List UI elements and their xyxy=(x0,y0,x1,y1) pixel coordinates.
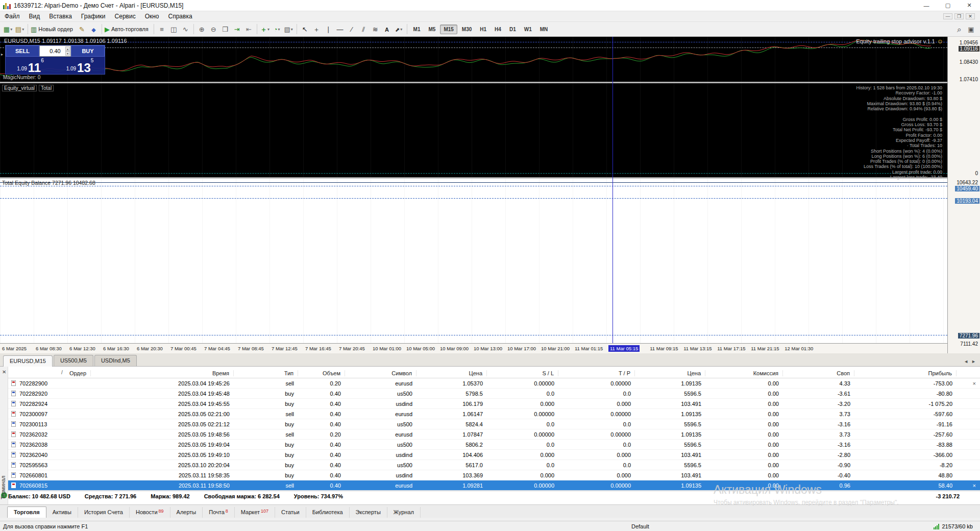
status-profile[interactable]: Default xyxy=(631,523,649,529)
new-order-button[interactable]: Новый ордер xyxy=(30,23,76,35)
menu-item[interactable]: Сервис xyxy=(110,12,140,21)
one-click-collapse-icon[interactable]: ▸ xyxy=(1,52,3,57)
menu-item[interactable]: Окно xyxy=(140,12,164,21)
auto-scroll-button[interactable] xyxy=(231,23,243,35)
library-button[interactable] xyxy=(88,23,100,35)
column-header[interactable]: Объем xyxy=(298,370,345,376)
terminal-close-icon[interactable]: ✕ xyxy=(2,369,6,375)
balance-indicator-panel[interactable]: Total Equity Balance 7271.96 10482.68 xyxy=(0,179,947,343)
horizontal-line-button[interactable] xyxy=(334,23,346,35)
menu-item[interactable]: Справка xyxy=(164,12,197,21)
volume-up-icon[interactable]: ▲ xyxy=(65,46,70,51)
column-header[interactable]: Тип xyxy=(234,370,298,376)
table-row[interactable]: 702362040 2025.03.05 19:49:10 buy 0.40 u… xyxy=(8,450,980,460)
buy-button[interactable]: BUY xyxy=(71,45,105,57)
table-row[interactable]: 702282900 2025.03.04 19:45:26 sell 0.20 … xyxy=(8,378,980,389)
new-chart-button[interactable]: ▾ xyxy=(2,23,14,35)
chart-tab[interactable]: US500,M5 xyxy=(54,355,93,366)
menu-item[interactable]: Вставка xyxy=(44,12,77,21)
volume-stepper[interactable]: ▲▼ xyxy=(65,46,70,56)
periods-button[interactable]: ▾ xyxy=(271,23,283,35)
column-header[interactable]: Ордер xyxy=(8,370,91,376)
bar-chart-button[interactable] xyxy=(156,23,168,35)
table-row[interactable]: 702595563 2025.03.10 20:20:04 buy 0.40 u… xyxy=(8,460,980,470)
arrows-tool-button[interactable]: ▾ xyxy=(393,23,405,35)
terminal-tab[interactable]: Эксперты xyxy=(350,507,387,518)
timeframe-button[interactable]: H4 xyxy=(491,25,505,34)
cursor-button[interactable] xyxy=(299,23,311,35)
column-header[interactable]: Прибыль xyxy=(854,370,957,376)
tab-scroll-right-icon[interactable]: ► xyxy=(971,359,976,364)
chart-plot[interactable]: EURUSD,M15 1.09117 1.09138 1.09106 1.091… xyxy=(0,37,947,353)
search-button[interactable] xyxy=(953,23,965,35)
sell-button[interactable]: SELL xyxy=(6,45,39,57)
equity-indicator-panel[interactable]: Equity_virtualTotal History: 1 528 bars … xyxy=(0,83,947,177)
menu-item[interactable]: Файл xyxy=(0,12,24,21)
terminal-tab[interactable]: Активы xyxy=(46,507,78,518)
chart-tab[interactable]: USDInd,M5 xyxy=(94,355,137,366)
table-row[interactable]: 702660815 2025.03.11 19:58:50 sell 0.40 … xyxy=(8,480,980,491)
profiles-button[interactable]: ▾ xyxy=(14,23,26,35)
timeframe-button[interactable]: M30 xyxy=(458,25,475,34)
mdi-minimize-button[interactable]: — xyxy=(943,13,952,19)
column-header[interactable]: Цена xyxy=(416,370,487,376)
timeframe-button[interactable]: D1 xyxy=(506,25,520,34)
vertical-line-button[interactable] xyxy=(323,23,334,35)
terminal-tab[interactable]: Библиотека xyxy=(306,507,350,518)
maximize-button[interactable]: ▢ xyxy=(937,0,959,11)
buy-price[interactable]: 1.09 13 5 xyxy=(55,57,105,74)
candlestick-button[interactable] xyxy=(168,23,180,35)
terminal-tab[interactable]: Журнал xyxy=(387,507,421,518)
table-row[interactable]: 702282924 2025.03.04 19:45:55 buy 0.40 u… xyxy=(8,399,980,409)
close-position-icon[interactable]: × xyxy=(957,380,980,387)
table-row[interactable]: 702300113 2025.03.05 02:21:12 buy 0.40 u… xyxy=(8,419,980,429)
zoom-in-button[interactable] xyxy=(196,23,208,35)
timeframe-button[interactable]: M5 xyxy=(425,25,439,34)
terminal-tab[interactable]: Торговля xyxy=(7,506,46,518)
chart-shift-button[interactable] xyxy=(243,23,255,35)
zoom-out-button[interactable] xyxy=(208,23,219,35)
time-axis[interactable]: 6 Mar 20256 Mar 08:306 Mar 12:306 Mar 16… xyxy=(0,343,947,353)
terminal-tab[interactable]: Маркет107 xyxy=(235,507,275,518)
table-row[interactable]: 702660801 2025.03.11 19:58:35 buy 0.40 u… xyxy=(8,470,980,480)
column-header[interactable]: T / P xyxy=(558,370,635,376)
terminal-tab[interactable]: Алерты xyxy=(170,507,203,518)
channel-button[interactable] xyxy=(358,23,370,35)
close-position-icon[interactable]: × xyxy=(957,482,980,489)
chart-tab[interactable]: EURUSD,M15 xyxy=(3,355,53,367)
crosshair-button[interactable] xyxy=(311,23,323,35)
timeframe-button[interactable]: W1 xyxy=(521,25,535,34)
volume-down-icon[interactable]: ▼ xyxy=(65,51,70,56)
terminal-tab[interactable]: Статьи xyxy=(275,507,306,518)
table-row[interactable]: 702300097 2025.03.05 02:21:00 sell 0.40 … xyxy=(8,409,980,419)
column-header[interactable]: Символ xyxy=(345,370,416,376)
mdi-close-button[interactable]: ✕ xyxy=(966,13,975,19)
tab-scroll-left-icon[interactable]: ◄ xyxy=(964,359,968,364)
timeframe-button[interactable]: H1 xyxy=(476,25,490,34)
indicators-button[interactable]: ▾ xyxy=(259,23,271,35)
mdi-restore-button[interactable]: ❐ xyxy=(954,13,964,19)
column-header[interactable]: Время xyxy=(91,370,234,376)
column-header[interactable]: Своп xyxy=(783,370,854,376)
autotrading-button[interactable]: Авто-торговля xyxy=(104,23,152,35)
table-row[interactable]: 702362032 2025.03.05 19:48:56 sell 0.20 … xyxy=(8,429,980,440)
timeframe-button[interactable]: MN xyxy=(536,25,552,34)
text-tool-button[interactable] xyxy=(381,23,393,35)
fibonacci-button[interactable] xyxy=(370,23,381,35)
terminal-tab[interactable]: История Счета xyxy=(78,507,130,518)
menu-item[interactable]: Графики xyxy=(77,12,110,21)
column-header[interactable]: Цена xyxy=(635,370,705,376)
column-header[interactable]: S / L xyxy=(487,370,558,376)
terminal-tab[interactable]: Новости89 xyxy=(130,507,170,518)
line-chart-button[interactable] xyxy=(180,23,191,35)
trendline-button[interactable] xyxy=(346,23,358,35)
price-chart-panel[interactable]: EURUSD,M15 1.09117 1.09138 1.09106 1.091… xyxy=(0,37,947,82)
menu-item[interactable]: Вид xyxy=(24,12,45,21)
table-header[interactable]: ОрдерВремяТипОбъемСимволЦенаS / LT / PЦе… xyxy=(8,369,980,378)
minimize-button[interactable]: — xyxy=(916,0,937,11)
favorites-button[interactable] xyxy=(965,23,977,35)
tile-windows-button[interactable] xyxy=(219,23,231,35)
price-scale[interactable]: 1.09456 1.09116 1.08430 1.07410 0 10643.… xyxy=(947,37,980,353)
timeframe-button[interactable]: M1 xyxy=(410,25,424,34)
volume-input[interactable]: 0.40 ▲▼ xyxy=(39,45,71,57)
